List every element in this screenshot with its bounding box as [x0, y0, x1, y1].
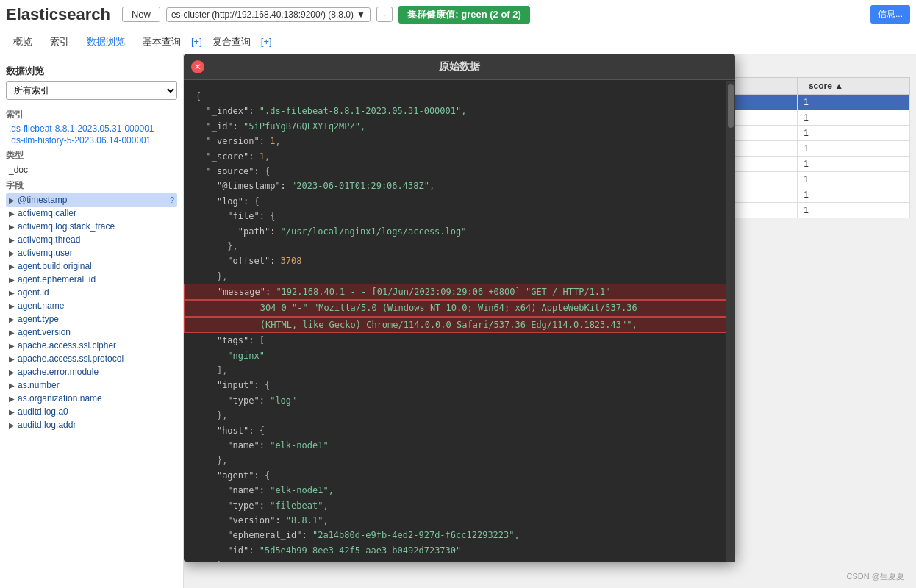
json-line: "tags": [: [196, 333, 723, 348]
field-apache-ssl-cipher[interactable]: ▶ apache.access.ssl.cipher: [6, 339, 177, 352]
json-line: "host": {: [196, 423, 723, 438]
cluster-selector[interactable]: es-cluster (http://192.168.40.138:9200/)…: [166, 7, 371, 22]
field-agent-id[interactable]: ▶ agent.id: [6, 286, 177, 299]
arrow-icon: ▶: [9, 209, 15, 218]
field-auditd-a0[interactable]: ▶ auditd.log.a0: [6, 405, 177, 418]
field-activemq-thread[interactable]: ▶ activemq.thread: [6, 233, 177, 246]
field-agent-ephemeral[interactable]: ▶ agent.ephemeral_id: [6, 273, 177, 286]
type-doc: _doc: [6, 163, 177, 176]
arrow-icon: ▶: [9, 302, 15, 310]
health-status: 集群健康值: green (2 of 2): [398, 6, 530, 24]
field-activemq-user[interactable]: ▶ activemq.user: [6, 246, 177, 259]
field-label: 字段: [6, 179, 177, 192]
field-name: agent.ephemeral_id: [18, 274, 96, 284]
nav-overview[interactable]: 概览: [6, 32, 40, 51]
info-button[interactable]: 信息...: [870, 5, 910, 24]
sidebar: 数据浏览 所有索引 索引 .ds-filebeat-8.8.1-2023.05.…: [0, 54, 184, 588]
json-line: 304 0 "-" "Mozilla/5.0 (Windows NT 10.0;…: [184, 300, 735, 316]
field-agent-build[interactable]: ▶ agent.build.original: [6, 259, 177, 273]
field-as-org-name[interactable]: ▶ as.organization.name: [6, 392, 177, 405]
field-name: as.organization.name: [18, 393, 102, 404]
json-line: "type": "log": [196, 393, 723, 408]
field-auditd-addr[interactable]: ▶ auditd.log.addr: [6, 418, 177, 431]
cell-score: 1: [798, 203, 910, 218]
field-timestamp[interactable]: ▶ @timestamp ?: [6, 193, 177, 207]
arrow-icon: ▶: [9, 368, 15, 376]
app-logo: Elasticsearch: [6, 5, 110, 24]
field-name: agent.name: [18, 301, 64, 311]
field-agent-name[interactable]: ▶ agent.name: [6, 299, 177, 312]
field-activemq-log[interactable]: ▶ activemq.log.stack_trace: [6, 220, 177, 233]
sidebar-title: 数据浏览: [6, 65, 177, 78]
nav-complex-plus[interactable]: [+]: [261, 36, 272, 47]
cell-score: 1: [798, 187, 910, 203]
index-item-filebeat[interactable]: .ds-filebeat-8.8.1-2023.05.31-000001: [6, 123, 177, 135]
json-line: "name": "elk-node1": [196, 438, 723, 453]
json-line: "name": "elk-node1",: [196, 483, 723, 498]
question-icon[interactable]: ?: [170, 196, 174, 204]
arrow-icon: ▶: [9, 249, 15, 257]
minus-button[interactable]: -: [376, 7, 393, 22]
new-button[interactable]: New: [122, 7, 160, 22]
json-line: },: [196, 408, 723, 423]
arrow-icon: ▶: [9, 315, 15, 323]
modal-title: 原始数据: [439, 60, 480, 74]
json-line: "_source": {: [196, 164, 723, 179]
field-name: auditd.log.a0: [18, 406, 68, 417]
json-line: },: [196, 558, 723, 562]
arrow-icon: ▶: [9, 223, 15, 231]
cell-score: 1: [798, 172, 910, 187]
json-line: {: [196, 89, 723, 104]
json-line: "id": "5d5e4b99-8ee3-42f5-aae3-b0492d723…: [196, 543, 723, 558]
field-as-number[interactable]: ▶ as.number: [6, 379, 177, 392]
json-line: "_id": "5iPfuYgB7GQLXYTq2MPZ",: [196, 119, 723, 134]
nav-index[interactable]: 索引: [43, 32, 76, 51]
field-name: activemq.caller: [18, 208, 76, 218]
field-agent-type[interactable]: ▶ agent.type: [6, 312, 177, 326]
field-name: auditd.log.addr: [18, 420, 76, 430]
field-name: agent.version: [18, 327, 71, 337]
arrow-icon: ▶: [9, 381, 15, 390]
field-name: @timestamp: [18, 195, 68, 205]
cell-score: 1: [798, 126, 910, 141]
json-line: "input": {: [196, 378, 723, 392]
field-apache-error-module[interactable]: ▶ apache.error.module: [6, 365, 177, 379]
field-name: activemq.user: [18, 248, 73, 258]
json-line: "_index": ".ds-filebeat-8.8.1-2023.05.31…: [196, 104, 723, 118]
nav-basic-query[interactable]: 基本查询: [135, 32, 188, 51]
index-item-ilm[interactable]: .ds-ilm-history-5-2023.06.14-000001: [6, 135, 177, 146]
arrow-icon: ▶: [9, 236, 15, 244]
json-line: },: [196, 453, 723, 467]
json-line: "path": "/usr/local/nginx1/logs/access.l…: [196, 224, 723, 239]
field-apache-ssl-protocol[interactable]: ▶ apache.access.ssl.protocol: [6, 352, 177, 365]
cell-score: 1: [798, 157, 910, 172]
top-bar: Elasticsearch New es-cluster (http://192…: [0, 0, 916, 29]
scrollbar[interactable]: [726, 81, 735, 562]
col-header-score[interactable]: _score ▲: [798, 78, 910, 95]
watermark: CSDN @生夏夏: [847, 571, 904, 582]
nav-data-browse[interactable]: 数据浏览: [79, 32, 132, 51]
json-line: "_version": 1,: [196, 134, 723, 148]
arrow-icon: ▶: [9, 342, 15, 350]
index-label: 索引: [6, 109, 177, 121]
field-name: agent.type: [18, 314, 59, 324]
arrow-icon: ▶: [9, 276, 15, 284]
json-line: "offset": 3708: [196, 254, 723, 268]
field-name: activemq.log.stack_trace: [18, 221, 115, 232]
json-line: "@timestamp": "2023-06-01T01:29:06.438Z"…: [196, 179, 723, 193]
field-agent-version[interactable]: ▶ agent.version: [6, 326, 177, 339]
modal-body[interactable]: { "_index": ".ds-filebeat-8.8.1-2023.05.…: [184, 80, 735, 562]
modal-close-button[interactable]: ✕: [191, 60, 204, 74]
cluster-name: es-cluster (http://192.168.40.138:9200/)…: [171, 10, 354, 20]
field-activemq-caller[interactable]: ▶ activemq.caller: [6, 207, 177, 220]
raw-data-modal: ✕ 原始数据 { "_index": ".ds-filebeat-8.8.1-2…: [184, 54, 735, 562]
index-select[interactable]: 所有索引: [6, 81, 177, 100]
field-name: agent.id: [18, 287, 49, 298]
scrollbar-thumb[interactable]: [728, 84, 734, 128]
nav-complex-query[interactable]: 复合查询: [205, 32, 258, 51]
nav-bar: 概览 索引 数据浏览 基本查询 [+] 复合查询 [+]: [0, 29, 916, 54]
nav-basic-plus[interactable]: [+]: [191, 36, 202, 47]
cell-score: 1: [798, 95, 910, 110]
arrow-icon: ▶: [9, 329, 15, 337]
field-name: as.number: [18, 380, 60, 390]
